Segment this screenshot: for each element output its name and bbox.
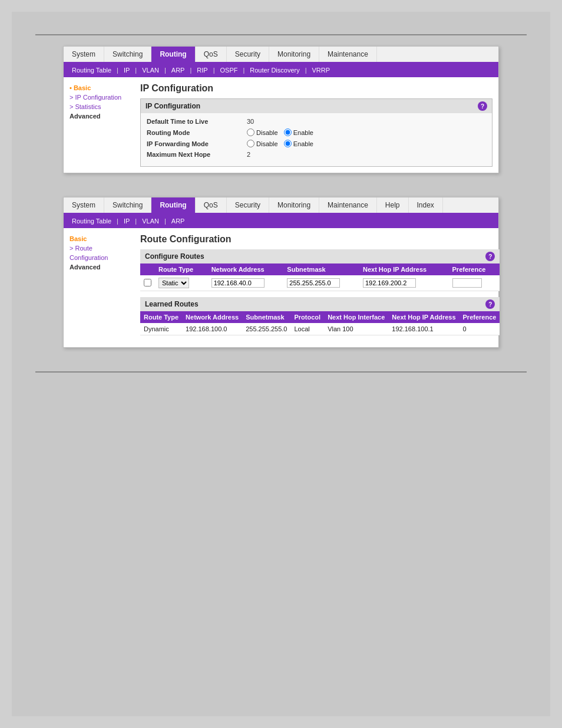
subnav-arp-1[interactable]: ARP: [168, 65, 189, 75]
sub-nav-2: Routing Table | IP | VLAN | ARP: [64, 214, 498, 228]
sidebar-advanced-1[interactable]: Advanced: [70, 111, 134, 121]
label-max-next-hop: Maximum Next Hope: [147, 151, 241, 158]
configure-routes-table: Route Type Network Address Subnetmask Ne…: [140, 263, 500, 291]
config-row-forwarding: IP Forwarding Mode Disable Enable: [147, 140, 486, 147]
sidebar-basic-2[interactable]: Basic: [70, 234, 134, 243]
nav-monitoring-1[interactable]: Monitoring: [269, 47, 319, 62]
value-max-next-hop: 2: [247, 151, 250, 158]
help-icon-configure[interactable]: ?: [485, 252, 495, 261]
nav-help-2[interactable]: Help: [377, 197, 409, 213]
th-check: [140, 263, 155, 275]
sidebar-statistics-1[interactable]: > Statistics: [70, 102, 134, 111]
nav-switching-1[interactable]: Switching: [104, 47, 151, 62]
page-wrapper: System Switching Routing QoS Security Mo…: [12, 12, 550, 716]
label-forwarding: IP Forwarding Mode: [147, 140, 241, 147]
th-preference: Preference: [449, 263, 500, 275]
forwarding-enable-option[interactable]: Enable: [284, 140, 313, 147]
subnav-ip-2[interactable]: IP: [120, 216, 133, 226]
forwarding-disable-option[interactable]: Disable: [247, 140, 278, 147]
nav-monitoring-2[interactable]: Monitoring: [269, 197, 319, 213]
th-network-address: Network Address: [208, 263, 284, 275]
nav-qos-1[interactable]: QoS: [196, 47, 227, 62]
nav-qos-2[interactable]: QoS: [196, 197, 227, 213]
configure-routes-section: Configure Routes ? Route Type Network Ad…: [140, 249, 500, 291]
next-hop-input[interactable]: 192.169.200.2: [363, 278, 416, 288]
th-lr-next-hop-ip: Next Hop IP Address: [388, 311, 459, 323]
help-icon-learned[interactable]: ?: [485, 299, 495, 309]
sidebar-advanced-2[interactable]: Advanced: [70, 262, 134, 272]
value-ttl: 30: [247, 118, 254, 125]
sidebar-config-2[interactable]: Configuration: [70, 253, 134, 262]
nav-security-2[interactable]: Security: [227, 197, 269, 213]
sidebar-1: • Basic > IP Configuration > Statistics …: [70, 83, 134, 167]
th-lr-route-type: Route Type: [140, 311, 182, 323]
configure-routes-row: Static 192.168.40.0 255.255.255.0: [140, 275, 500, 291]
th-subnetmask: Subnetmask: [283, 263, 359, 275]
subnav-routing-table-1[interactable]: Routing Table: [68, 65, 115, 75]
forwarding-enable-radio[interactable]: [284, 140, 292, 147]
subnetmask-input[interactable]: 255.255.255.0: [287, 278, 340, 288]
routing-disable-option[interactable]: Disable: [247, 129, 278, 136]
screenshot-ip-config: System Switching Routing QoS Security Mo…: [63, 46, 499, 173]
network-address-input[interactable]: 192.168.40.0: [211, 278, 265, 288]
content-title-1: IP Configuration: [140, 83, 492, 94]
sidebar-ip-config-1[interactable]: > IP Configuration: [70, 93, 134, 102]
label-ttl: Default Time to Live: [147, 118, 241, 125]
sub-nav-1: Routing Table | IP | VLAN | ARP | RIP | …: [64, 63, 498, 77]
th-route-type: Route Type: [155, 263, 208, 275]
subnav-vrrp-1[interactable]: VRRP: [309, 65, 334, 75]
cell-lr-subnetmask: 255.255.255.0: [242, 323, 290, 335]
row-checkbox-cell: [140, 275, 155, 291]
config-box-1: IP Configuration ? Default Time to Live …: [140, 98, 492, 167]
nav-routing-2[interactable]: Routing: [151, 197, 195, 213]
nav-security-1[interactable]: Security: [227, 47, 269, 62]
top-divider: [35, 34, 527, 35]
preference-input[interactable]: [452, 278, 482, 288]
cell-lr-protocol: Local: [291, 323, 325, 335]
subnav-routing-table-2[interactable]: Routing Table: [68, 216, 115, 226]
cell-preference: [449, 275, 500, 291]
subnav-vlan-1[interactable]: VLAN: [138, 65, 163, 75]
config-row-ttl: Default Time to Live 30: [147, 118, 486, 125]
row-checkbox[interactable]: [144, 279, 151, 286]
config-row-routing-mode: Routing Mode Disable Enable: [147, 129, 486, 136]
subnav-rip-1[interactable]: RIP: [193, 65, 211, 75]
nav-system-2[interactable]: System: [64, 197, 104, 213]
routing-enable-option[interactable]: Enable: [284, 129, 313, 136]
bottom-divider: [35, 371, 527, 373]
th-lr-subnetmask: Subnetmask: [242, 311, 290, 323]
subnav-router-discovery-1[interactable]: Router Discovery: [246, 65, 303, 75]
learned-routes-title: Learned Routes ?: [140, 297, 500, 311]
subnav-ip-1[interactable]: IP: [120, 65, 133, 75]
learned-routes-row: Dynamic 192.168.100.0 255.255.255.0 Loca…: [140, 323, 500, 335]
th-lr-protocol: Protocol: [291, 311, 325, 323]
th-lr-network-address: Network Address: [182, 311, 242, 323]
nav-switching-2[interactable]: Switching: [104, 197, 151, 213]
cell-lr-preference: 0: [459, 323, 500, 335]
subnav-vlan-2[interactable]: VLAN: [138, 216, 163, 226]
sidebar-route-2[interactable]: > Route: [70, 243, 134, 253]
learned-routes-section: Learned Routes ? Route Type Network Addr…: [140, 297, 500, 335]
nav-index-2[interactable]: Index: [409, 197, 443, 213]
sidebar-basic-1[interactable]: • Basic: [70, 83, 134, 93]
help-icon-1[interactable]: ?: [478, 101, 487, 111]
th-lr-preference: Preference: [459, 311, 500, 323]
subnav-ospf-1[interactable]: OSPF: [217, 65, 242, 75]
subnav-arp-2[interactable]: ARP: [168, 216, 189, 226]
routing-disable-radio[interactable]: [247, 129, 254, 136]
nav-system-1[interactable]: System: [64, 47, 104, 62]
route-type-select[interactable]: Static: [158, 278, 189, 288]
label-routing-mode: Routing Mode: [147, 129, 241, 136]
nav-routing-1[interactable]: Routing: [151, 47, 195, 62]
nav-maintenance-2[interactable]: Maintenance: [319, 197, 377, 213]
nav-maintenance-1[interactable]: Maintenance: [319, 47, 377, 62]
cell-network-address: 192.168.40.0: [208, 275, 284, 291]
forwarding-disable-radio[interactable]: [247, 140, 254, 147]
content-1: IP Configuration IP Configuration ? Defa…: [140, 83, 492, 167]
routing-enable-radio[interactable]: [284, 129, 292, 136]
main-content-2: Basic > Route Configuration Advanced Rou…: [64, 228, 498, 347]
th-lr-next-hop-interface: Next Hop Interface: [324, 311, 388, 323]
forwarding-radio-group: Disable Enable: [247, 140, 313, 147]
configure-routes-title: Configure Routes ?: [140, 249, 500, 263]
screenshot-route-config: System Switching Routing QoS Security Mo…: [63, 197, 499, 348]
